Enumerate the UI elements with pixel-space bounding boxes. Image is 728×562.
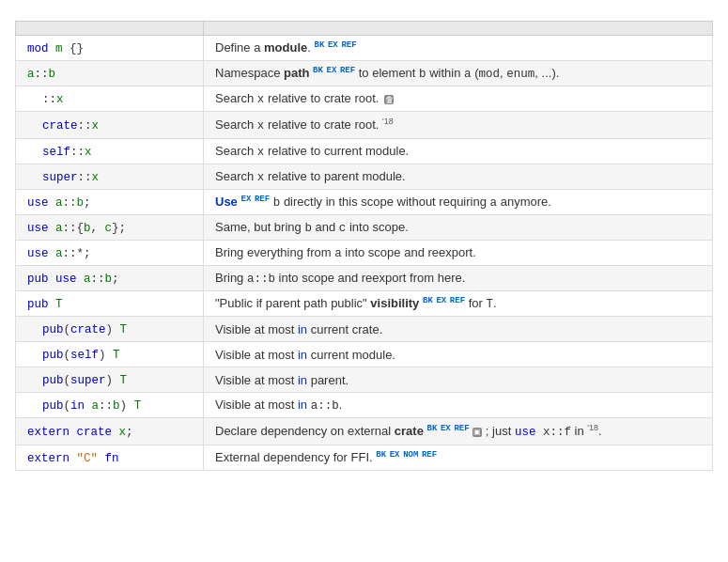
explanation-cell: Define a module. BK EX REF — [204, 36, 713, 61]
sigil-cell: extern crate x; — [16, 418, 204, 445]
table-row: extern crate x;Declare dependency on ext… — [16, 418, 713, 445]
sigil-cell: super::x — [16, 164, 204, 189]
explanation-cell: External dependency for FFI. BK EX NOM R… — [204, 445, 713, 470]
sigil-cell: pub(crate) T — [16, 317, 204, 342]
badge-link[interactable]: EX — [390, 450, 400, 460]
explanation-cell: Search x relative to crate root. 🗑 — [204, 86, 713, 112]
table-row: super::xSearch x relative to parent modu… — [16, 164, 713, 189]
sigil-cell: use a::*; — [16, 240, 204, 265]
table-row: a::bNamespace path BK EX REF to element … — [16, 61, 713, 86]
sigil-cell: self::x — [16, 138, 204, 164]
badge-link[interactable]: EX — [240, 195, 251, 204]
table-row: ::xSearch x relative to crate root. 🗑 — [16, 86, 713, 112]
table-row: pub T"Public if parent path public" visi… — [16, 290, 713, 316]
explanation-cell: Use EX REF b directly in this scope with… — [204, 189, 713, 214]
table-row: pub(self) TVisible at most in current mo… — [16, 342, 713, 367]
explanation-cell: Same, but bring b and c into scope. — [204, 214, 713, 240]
deprecated-icon: 🗑 — [384, 95, 394, 104]
sigil-cell: mod m {} — [16, 36, 204, 61]
badge-link[interactable]: BK — [376, 450, 386, 460]
sigil-cell: pub(super) T — [16, 367, 204, 393]
badge-link[interactable]: BK — [313, 66, 323, 75]
sigil-cell: pub T — [16, 290, 204, 316]
explanation-cell: Visible at most in current crate. — [204, 317, 713, 342]
badge-link[interactable]: REF — [340, 66, 355, 75]
table-row: mod m {}Define a module. BK EX REF — [16, 36, 713, 61]
table-row: use a::b;Use EX REF b directly in this s… — [16, 189, 713, 214]
sigil-cell: pub(in a::b) T — [16, 393, 204, 418]
explanation-cell: "Public if parent path public" visibilit… — [204, 290, 713, 316]
badge-link[interactable]: EX — [436, 296, 446, 305]
sigil-cell: a::b — [16, 61, 204, 86]
col-sigil — [16, 22, 204, 36]
table-row: pub use a::b;Bring a::b into scope and r… — [16, 265, 713, 290]
badge-link[interactable]: BK — [315, 40, 325, 50]
badge-link[interactable]: BK — [427, 424, 438, 433]
table-row: extern "C" fnExternal dependency for FFI… — [16, 445, 713, 470]
table-row: use a::*;Bring everything from a into sc… — [16, 240, 713, 265]
explanation-cell: Visible at most in parent. — [204, 367, 713, 393]
badge-link[interactable]: EX — [441, 424, 451, 433]
sigil-cell: use a::{b, c}; — [16, 214, 204, 240]
badge-link[interactable]: REF — [422, 450, 437, 460]
explanation-cell: Visible at most in current module. — [204, 342, 713, 367]
table-row: crate::xSearch x relative to crate root.… — [16, 112, 713, 138]
explanation-cell: Bring a::b into scope and reexport from … — [204, 265, 713, 290]
badge-link[interactable]: REF — [454, 424, 469, 433]
badge-link[interactable]: NOM — [403, 450, 418, 460]
sigil-cell: ::x — [16, 86, 204, 112]
badge-link[interactable]: EX — [328, 40, 338, 50]
explanation-cell: Visible at most in a::b. — [204, 393, 713, 418]
table-row: pub(super) TVisible at most in parent. — [16, 367, 713, 393]
table-row: use a::{b, c};Same, but bring b and c in… — [16, 214, 713, 240]
explanation-cell: Bring everything from a into scope and r… — [204, 240, 713, 265]
badge-link[interactable]: REF — [341, 40, 356, 50]
sigil-cell: pub use a::b; — [16, 265, 204, 290]
badge-link[interactable]: REF — [450, 296, 465, 305]
badge-link[interactable]: BK — [423, 296, 433, 305]
table-row: pub(in a::b) TVisible at most in a::b. — [16, 393, 713, 418]
col-explanation — [204, 22, 713, 36]
explanation-cell: Declare dependency on external crate BK … — [204, 418, 713, 445]
explanation-cell: Namespace path BK EX REF to element b wi… — [204, 61, 713, 86]
sigil-cell: crate::x — [16, 112, 204, 138]
explanation-cell: Search x relative to current module. — [204, 138, 713, 164]
badge-link[interactable]: EX — [327, 66, 337, 75]
table-row: self::xSearch x relative to current modu… — [16, 138, 713, 164]
badge-link[interactable]: REF — [255, 195, 270, 204]
sigil-cell: extern "C" fn — [16, 445, 204, 470]
table-row: pub(crate) TVisible at most in current c… — [16, 317, 713, 342]
explanation-cell: Search x relative to crate root. '18 — [204, 112, 713, 138]
explanation-cell: Search x relative to parent module. — [204, 164, 713, 189]
sigil-cell: pub(self) T — [16, 342, 204, 367]
sigil-cell: use a::b; — [16, 189, 204, 214]
reference-table: mod m {}Define a module. BK EX REFa::bNa… — [15, 21, 713, 471]
